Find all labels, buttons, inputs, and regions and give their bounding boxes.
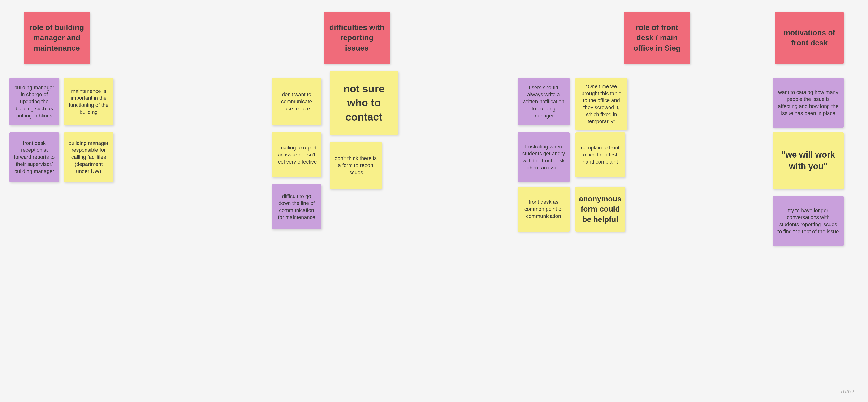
sticky-text-want-catalog: want to catalog how many people the issu… xyxy=(777,89,840,117)
sticky-text-motivations-header: motivations of front desk xyxy=(779,28,840,48)
sticky-text-users-written: users should always write a written noti… xyxy=(521,84,566,119)
sticky-text-front-desk-receptionist: front desk receptionist forward reports … xyxy=(13,140,55,175)
sticky-front-desk-common: front desk as common point of communicat… xyxy=(518,187,569,231)
sticky-not-sure-who: not sure who to contact xyxy=(330,71,398,135)
sticky-text-try-longer-conversations: try to have longer conversations with st… xyxy=(777,207,840,235)
sticky-text-role-fd-header: role of front desk / main office in Sieg xyxy=(628,23,686,53)
sticky-bm-calling: building manager responsible for calling… xyxy=(64,132,114,182)
sticky-text-role-bm-header: role of building manager and maintenance xyxy=(27,23,86,53)
sticky-text-difficult-communication: difficult to go down the line of communi… xyxy=(276,193,318,221)
sticky-text-difficulties-header: difficulties with reporting issues xyxy=(328,23,386,53)
sticky-text-bm-calling: building manager responsible for calling… xyxy=(68,140,110,175)
sticky-anonymous-form: anonymous form could be helpful xyxy=(576,187,625,231)
sticky-try-longer-conversations: try to have longer conversations with st… xyxy=(773,196,844,246)
sticky-text-not-sure-who: not sure who to contact xyxy=(334,82,395,124)
sticky-frustrating-students: frustrating when students get angry with… xyxy=(518,132,569,182)
sticky-text-frustrating-students: frustrating when students get angry with… xyxy=(521,143,566,171)
sticky-text-maintenence-important: maintenence is important in the function… xyxy=(68,88,110,116)
sticky-text-dont-think-form: don't think there is a form to report is… xyxy=(334,155,378,176)
sticky-role-bm-header: role of building manager and maintenance xyxy=(24,12,90,64)
sticky-maintenence-important: maintenence is important in the function… xyxy=(64,78,114,125)
sticky-role-fd-header: role of front desk / main office in Sieg xyxy=(624,12,690,64)
sticky-want-catalog: want to catalog how many people the issu… xyxy=(773,78,844,128)
sticky-bm-incharge: building manager in charge of updating t… xyxy=(9,78,59,125)
sticky-dont-want-communicate: don't want to communicate face to face xyxy=(272,78,321,125)
sticky-complain-front-office: complain to front office for a first han… xyxy=(576,132,625,177)
sticky-text-dont-want-communicate: don't want to communicate face to face xyxy=(276,91,318,112)
sticky-text-we-will-work: "we will work with you" xyxy=(777,149,840,172)
sticky-text-one-time-quote: "One time we brought this table to the o… xyxy=(579,83,624,125)
sticky-text-bm-incharge: building manager in charge of updating t… xyxy=(13,84,55,119)
sticky-dont-think-form: don't think there is a form to report is… xyxy=(330,142,382,189)
sticky-users-written: users should always write a written noti… xyxy=(518,78,569,125)
sticky-text-front-desk-common: front desk as common point of communicat… xyxy=(521,198,566,220)
sticky-text-emailing-issue: emailing to report an issue doesn't feel… xyxy=(276,144,318,165)
sticky-text-anonymous-form: anonymous form could be helpful xyxy=(579,194,622,224)
sticky-text-complain-front-office: complain to front office for a first han… xyxy=(579,144,621,165)
sticky-we-will-work: "we will work with you" xyxy=(773,132,844,189)
sticky-difficulties-header: difficulties with reporting issues xyxy=(324,12,390,64)
sticky-front-desk-receptionist: front desk receptionist forward reports … xyxy=(9,132,59,182)
sticky-difficult-communication: difficult to go down the line of communi… xyxy=(272,184,321,229)
sticky-one-time-quote: "One time we brought this table to the o… xyxy=(576,78,627,130)
sticky-motivations-header: motivations of front desk xyxy=(775,12,844,64)
affinity-board: miro role of building manager and mainte… xyxy=(0,0,868,402)
sticky-emailing-issue: emailing to report an issue doesn't feel… xyxy=(272,132,321,177)
miro-watermark: miro xyxy=(841,388,854,395)
